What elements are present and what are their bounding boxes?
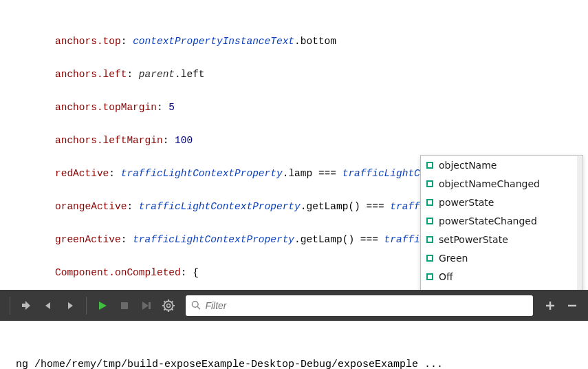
toolbar-separator: [10, 297, 10, 315]
filter-field-wrap: [186, 295, 533, 316]
autocomplete-item[interactable]: Green: [421, 249, 582, 267]
restart-button[interactable]: [17, 297, 35, 315]
run-button[interactable]: [94, 297, 111, 315]
zoom-out-button[interactable]: [563, 297, 581, 315]
code-line: anchors.topMargin: 5: [0, 99, 588, 116]
autocomplete-label: powerStateChanged: [439, 215, 537, 226]
svg-point-12: [192, 302, 198, 308]
autocomplete-label: objectNameChanged: [439, 178, 540, 189]
svg-line-13: [197, 306, 200, 309]
autocomplete-item[interactable]: powerState: [421, 193, 582, 211]
code-line: anchors.top: contextPropertyInstanceText…: [0, 33, 588, 50]
attach-button[interactable]: [138, 297, 155, 315]
step-back-button[interactable]: [39, 297, 57, 315]
step-forward-button[interactable]: [61, 297, 79, 315]
zoom-in-button[interactable]: [541, 297, 559, 315]
svg-rect-0: [121, 302, 128, 309]
member-icon: [426, 180, 433, 187]
settings-button[interactable]: [160, 297, 177, 315]
autocomplete-label: powerState: [439, 197, 494, 208]
svg-line-11: [172, 301, 173, 302]
output-panel[interactable]: ng /home/remy/tmp/build-exposeExample-De…: [0, 321, 588, 369]
code-line: anchors.leftMargin: 100: [0, 132, 588, 149]
autocomplete-item[interactable]: objectNameChanged: [421, 174, 582, 193]
autocomplete-item[interactable]: Off: [421, 267, 582, 286]
member-icon: [426, 273, 433, 280]
autocomplete-item[interactable]: powerStateChanged: [421, 211, 582, 230]
member-icon: [426, 162, 433, 169]
output-toolbar: [0, 290, 588, 321]
stop-button[interactable]: [116, 297, 133, 315]
svg-rect-1: [149, 302, 151, 309]
autocomplete-label: Green: [439, 253, 468, 264]
autocomplete-item[interactable]: objectName: [421, 156, 582, 174]
svg-line-9: [172, 308, 173, 310]
svg-line-8: [164, 301, 166, 302]
svg-point-3: [167, 304, 171, 307]
autocomplete-label: objectName: [439, 160, 497, 171]
member-icon: [426, 255, 433, 262]
autocomplete-item[interactable]: setPowerState: [421, 230, 582, 249]
code-line: anchors.left: parent.left: [0, 66, 588, 83]
svg-line-10: [164, 308, 166, 310]
filter-input[interactable]: [205, 300, 527, 311]
member-icon: [426, 218, 433, 224]
autocomplete-label: setPowerState: [439, 234, 508, 245]
output-line: ng /home/remy/tmp/build-exposeExample-De…: [16, 359, 443, 369]
autocomplete-label: Off: [439, 271, 453, 282]
search-icon: [191, 300, 201, 310]
member-icon: [426, 236, 433, 243]
member-icon: [426, 199, 433, 206]
toolbar-separator: [86, 297, 87, 315]
